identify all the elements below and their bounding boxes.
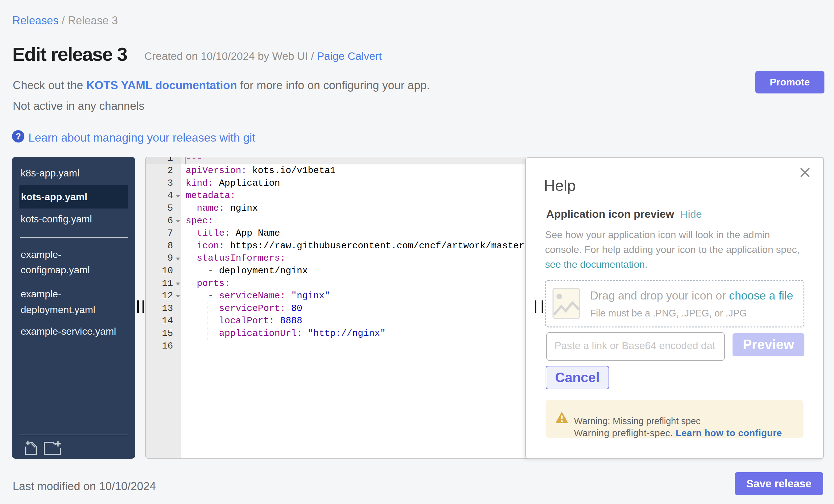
svg-text:?: ? [16,131,21,141]
